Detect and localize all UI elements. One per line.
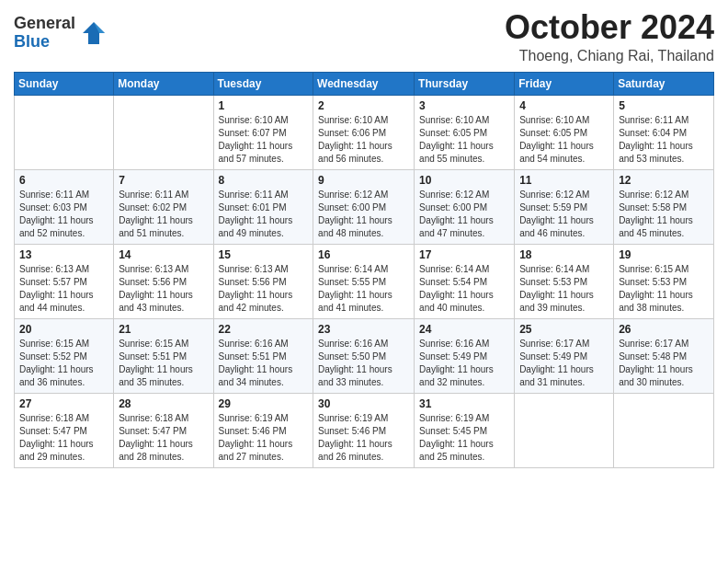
page: General Blue October 2024 Thoeng, Chiang… (0, 0, 728, 563)
day-number: 5 (619, 99, 709, 112)
week-row-4: 20Sunrise: 6:15 AM Sunset: 5:52 PM Dayli… (15, 318, 714, 393)
day-info: Sunrise: 6:10 AM Sunset: 6:05 PM Dayligh… (419, 114, 509, 166)
calendar-cell: 15Sunrise: 6:13 AM Sunset: 5:56 PM Dayli… (213, 244, 313, 318)
calendar-cell: 12Sunrise: 6:12 AM Sunset: 5:58 PM Dayli… (614, 169, 714, 244)
day-header-monday: Monday (114, 72, 213, 95)
day-number: 25 (519, 323, 609, 336)
header-row: SundayMondayTuesdayWednesdayThursdayFrid… (15, 72, 714, 95)
calendar-cell: 8Sunrise: 6:11 AM Sunset: 6:01 PM Daylig… (213, 169, 313, 244)
day-info: Sunrise: 6:12 AM Sunset: 6:00 PM Dayligh… (318, 189, 409, 240)
calendar-cell: 3Sunrise: 6:10 AM Sunset: 6:05 PM Daylig… (415, 95, 515, 169)
calendar-cell (515, 393, 614, 467)
day-info: Sunrise: 6:12 AM Sunset: 6:00 PM Dayligh… (419, 189, 509, 240)
day-info: Sunrise: 6:10 AM Sunset: 6:07 PM Dayligh… (219, 114, 309, 166)
day-number: 20 (19, 323, 108, 336)
calendar-cell: 17Sunrise: 6:14 AM Sunset: 5:54 PM Dayli… (415, 244, 515, 318)
day-info: Sunrise: 6:16 AM Sunset: 5:49 PM Dayligh… (419, 338, 509, 389)
day-number: 10 (419, 174, 509, 187)
week-row-5: 27Sunrise: 6:18 AM Sunset: 5:47 PM Dayli… (15, 393, 714, 467)
week-row-3: 13Sunrise: 6:13 AM Sunset: 5:57 PM Dayli… (15, 244, 714, 318)
day-info: Sunrise: 6:18 AM Sunset: 5:47 PM Dayligh… (119, 412, 208, 464)
calendar-cell (114, 95, 213, 169)
day-number: 14 (119, 248, 208, 261)
calendar-cell: 23Sunrise: 6:16 AM Sunset: 5:50 PM Dayli… (313, 318, 415, 393)
day-number: 16 (318, 248, 409, 261)
day-info: Sunrise: 6:15 AM Sunset: 5:53 PM Dayligh… (619, 263, 709, 315)
calendar-cell: 14Sunrise: 6:13 AM Sunset: 5:56 PM Dayli… (114, 244, 213, 318)
day-number: 29 (219, 397, 309, 410)
day-number: 13 (19, 248, 108, 261)
day-number: 26 (619, 323, 709, 336)
calendar-cell: 7Sunrise: 6:11 AM Sunset: 6:02 PM Daylig… (114, 169, 213, 244)
day-info: Sunrise: 6:15 AM Sunset: 5:52 PM Dayligh… (19, 338, 108, 389)
day-info: Sunrise: 6:11 AM Sunset: 6:04 PM Dayligh… (619, 114, 709, 166)
day-info: Sunrise: 6:17 AM Sunset: 5:48 PM Dayligh… (619, 338, 709, 389)
calendar-cell: 24Sunrise: 6:16 AM Sunset: 5:49 PM Dayli… (415, 318, 515, 393)
day-info: Sunrise: 6:12 AM Sunset: 5:58 PM Dayligh… (619, 189, 709, 240)
calendar-cell: 28Sunrise: 6:18 AM Sunset: 5:47 PM Dayli… (114, 393, 213, 467)
calendar-header: SundayMondayTuesdayWednesdayThursdayFrid… (15, 72, 714, 95)
day-number: 15 (219, 248, 309, 261)
day-info: Sunrise: 6:11 AM Sunset: 6:02 PM Dayligh… (119, 189, 208, 240)
day-info: Sunrise: 6:10 AM Sunset: 6:05 PM Dayligh… (519, 114, 609, 166)
logo-blue: Blue (14, 33, 75, 52)
calendar-cell: 10Sunrise: 6:12 AM Sunset: 6:00 PM Dayli… (415, 169, 515, 244)
day-header-tuesday: Tuesday (213, 72, 313, 95)
day-info: Sunrise: 6:19 AM Sunset: 5:46 PM Dayligh… (219, 412, 309, 464)
subtitle: Thoeng, Chiang Rai, Thailand (505, 48, 714, 64)
day-info: Sunrise: 6:12 AM Sunset: 5:59 PM Dayligh… (519, 189, 609, 240)
calendar-cell: 30Sunrise: 6:19 AM Sunset: 5:46 PM Dayli… (313, 393, 415, 467)
day-number: 7 (119, 174, 208, 187)
day-info: Sunrise: 6:16 AM Sunset: 5:51 PM Dayligh… (219, 338, 309, 389)
day-number: 4 (519, 99, 609, 112)
day-header-thursday: Thursday (415, 72, 515, 95)
day-info: Sunrise: 6:13 AM Sunset: 5:56 PM Dayligh… (119, 263, 208, 315)
calendar-cell: 25Sunrise: 6:17 AM Sunset: 5:49 PM Dayli… (515, 318, 614, 393)
calendar-cell: 6Sunrise: 6:11 AM Sunset: 6:03 PM Daylig… (15, 169, 114, 244)
day-number: 1 (219, 99, 309, 112)
calendar-cell: 1Sunrise: 6:10 AM Sunset: 6:07 PM Daylig… (213, 95, 313, 169)
day-number: 21 (119, 323, 208, 336)
day-number: 6 (19, 174, 108, 187)
calendar-body: 1Sunrise: 6:10 AM Sunset: 6:07 PM Daylig… (15, 95, 714, 467)
day-number: 22 (219, 323, 309, 336)
day-info: Sunrise: 6:18 AM Sunset: 5:47 PM Dayligh… (19, 412, 108, 464)
calendar-cell (614, 393, 714, 467)
calendar-cell: 2Sunrise: 6:10 AM Sunset: 6:06 PM Daylig… (313, 95, 415, 169)
day-header-saturday: Saturday (614, 72, 714, 95)
day-info: Sunrise: 6:17 AM Sunset: 5:49 PM Dayligh… (519, 338, 609, 389)
calendar-cell: 9Sunrise: 6:12 AM Sunset: 6:00 PM Daylig… (313, 169, 415, 244)
day-number: 3 (419, 99, 509, 112)
logo-icon (81, 20, 107, 46)
calendar-cell: 26Sunrise: 6:17 AM Sunset: 5:48 PM Dayli… (614, 318, 714, 393)
week-row-1: 1Sunrise: 6:10 AM Sunset: 6:07 PM Daylig… (15, 95, 714, 169)
day-number: 9 (318, 174, 409, 187)
day-info: Sunrise: 6:15 AM Sunset: 5:51 PM Dayligh… (119, 338, 208, 389)
calendar-cell: 21Sunrise: 6:15 AM Sunset: 5:51 PM Dayli… (114, 318, 213, 393)
title-block: October 2024 Thoeng, Chiang Rai, Thailan… (505, 9, 714, 64)
day-number: 31 (419, 397, 509, 410)
day-header-wednesday: Wednesday (313, 72, 415, 95)
day-number: 17 (419, 248, 509, 261)
week-row-2: 6Sunrise: 6:11 AM Sunset: 6:03 PM Daylig… (15, 169, 714, 244)
day-info: Sunrise: 6:11 AM Sunset: 6:03 PM Dayligh… (19, 189, 108, 240)
day-info: Sunrise: 6:14 AM Sunset: 5:54 PM Dayligh… (419, 263, 509, 315)
day-number: 23 (318, 323, 409, 336)
day-info: Sunrise: 6:13 AM Sunset: 5:56 PM Dayligh… (219, 263, 309, 315)
day-number: 28 (119, 397, 208, 410)
day-info: Sunrise: 6:14 AM Sunset: 5:55 PM Dayligh… (318, 263, 409, 315)
day-info: Sunrise: 6:10 AM Sunset: 6:06 PM Dayligh… (318, 114, 409, 166)
header: General Blue October 2024 Thoeng, Chiang… (14, 9, 714, 64)
calendar-cell: 29Sunrise: 6:19 AM Sunset: 5:46 PM Dayli… (213, 393, 313, 467)
day-number: 19 (619, 248, 709, 261)
day-number: 24 (419, 323, 509, 336)
calendar-cell: 31Sunrise: 6:19 AM Sunset: 5:45 PM Dayli… (415, 393, 515, 467)
day-header-friday: Friday (515, 72, 614, 95)
calendar-cell: 13Sunrise: 6:13 AM Sunset: 5:57 PM Dayli… (15, 244, 114, 318)
calendar-cell: 19Sunrise: 6:15 AM Sunset: 5:53 PM Dayli… (614, 244, 714, 318)
calendar-cell: 22Sunrise: 6:16 AM Sunset: 5:51 PM Dayli… (213, 318, 313, 393)
day-number: 2 (318, 99, 409, 112)
logo: General Blue (14, 15, 107, 52)
logo-text: General Blue (14, 15, 75, 52)
logo-general: General (14, 15, 75, 33)
